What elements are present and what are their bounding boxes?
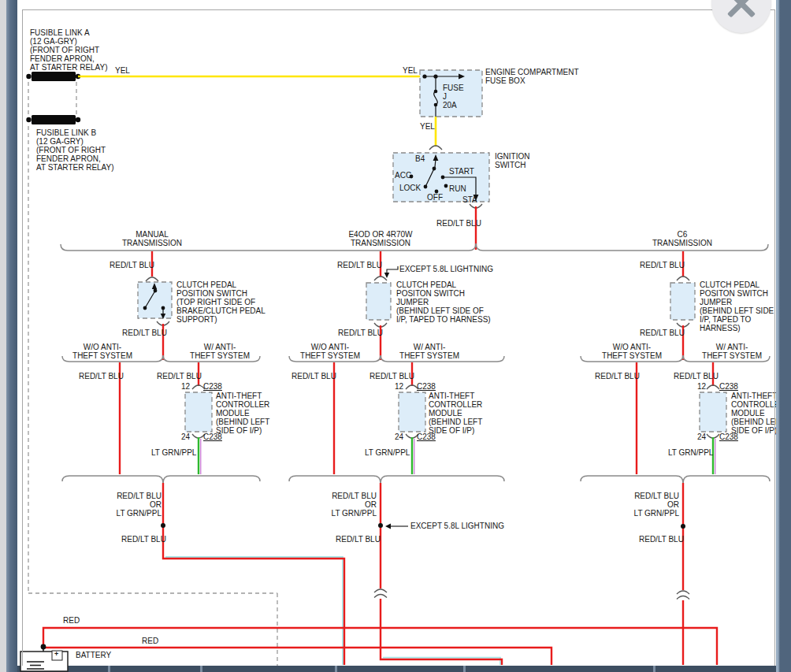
page-border-left <box>22 9 23 666</box>
wire-label-lt-grn-ppl: LT GRN/PPL <box>668 448 713 457</box>
wire-label-red-lt-blu: RED/LT BLU <box>595 372 640 381</box>
clutch-position-switch-label: CLUTCH PEDAL POSITION SWITCH (TOP RIGHT … <box>176 280 266 324</box>
ignition-switch-title: IGNITION SWITCH <box>495 152 529 169</box>
wire-label-yel: YEL <box>403 66 418 75</box>
pin-12-label: 12 <box>697 382 706 391</box>
e4od-transmission-header: E4OD OR 4R70W TRANSMISSION <box>336 230 425 247</box>
connector-c238-label: C238 <box>719 433 738 441</box>
except-lightning-note: EXCEPT 5.8L LIGHTNING <box>410 522 504 530</box>
w-anti-theft-header: W/ ANTI- THEFT SYSTEM <box>184 343 256 360</box>
page-border-top <box>22 9 775 10</box>
battery-label: BATTERY <box>76 651 111 659</box>
wire-label-or-stack: RED/LT BLU OR LT GRN/PPL <box>622 492 679 518</box>
w-anti-theft-header: W/ ANTI- THEFT SYSTEM <box>393 343 466 360</box>
wire-label-or-stack: RED/LT BLU OR LT GRN/PPL <box>320 492 377 518</box>
wire-label-red-lt-blu: RED/LT BLU <box>121 535 166 544</box>
terminal-b4-label: B4 <box>415 154 425 163</box>
pin-24-label: 24 <box>181 433 190 441</box>
position-off-label: OFF <box>427 193 443 202</box>
clutch-jumper-box <box>366 283 391 320</box>
wire-label-red: RED <box>142 637 158 645</box>
wire-label-red-lt-blu: RED/LT BLU <box>639 535 684 544</box>
clutch-jumper-box <box>670 283 695 320</box>
fuse-label: FUSE J 20A <box>443 84 464 110</box>
wire-label-red-lt-blu: RED/LT BLU <box>370 372 414 381</box>
wire-label-red-lt-blu: RED/LT BLU <box>292 372 336 381</box>
position-run-label: RUN <box>449 184 466 193</box>
wire-label-red-lt-blu: RED/LT BLU <box>640 329 685 337</box>
wire-label-red-lt-blu: RED/LT BLU <box>110 261 154 269</box>
wo-anti-theft-header: W/O ANTI- THEFT SYSTEM <box>294 343 366 360</box>
window-frame-right <box>776 0 791 672</box>
wire-label-red: RED <box>63 616 80 625</box>
connector-c238-label: C238 <box>719 382 738 391</box>
wire-label-red-lt-blu: RED/LT BLU <box>337 261 382 269</box>
connector-c238-label: C238 <box>417 433 436 441</box>
fusible-links <box>26 72 80 124</box>
wire-label-lt-grn-ppl: LT GRN/PPL <box>151 448 196 457</box>
position-start-label: START <box>449 167 474 176</box>
terminal-sta-label: STA <box>462 195 477 204</box>
window-frame-left <box>6 0 17 672</box>
wiring-diagram-viewer: FUSIBLE LINK A (12 GA-GRY) (FRONT OF RIG… <box>0 0 791 672</box>
manual-transmission-header: MANUAL TRANSMISSION <box>113 230 191 247</box>
wire-label-red-lt-blu: RED/LT BLU <box>436 219 481 228</box>
battery-plus-sign: + <box>54 650 58 659</box>
except-lightning-note: EXCEPT 5.8L LIGHTNING <box>399 265 493 273</box>
page-border-right <box>774 9 775 666</box>
pin-24-label: 24 <box>395 433 403 441</box>
pin-12-label: 12 <box>181 382 190 391</box>
window-edge-left <box>0 0 6 672</box>
wire-label-or-stack: RED/LT BLU OR LT GRN/PPL <box>105 492 162 518</box>
position-lock-label: LOCK <box>399 184 421 192</box>
anti-theft-module-box <box>700 392 726 432</box>
wire-label-yel: YEL <box>420 122 435 131</box>
wire-red-lower <box>44 648 551 665</box>
wire-label-red-lt-blu: RED/LT BLU <box>122 329 167 337</box>
wire-label-red-lt-blu: RED/LT BLU <box>338 329 383 337</box>
pin-12-label: 12 <box>395 382 403 391</box>
pin-24-label: 24 <box>697 433 706 441</box>
wire-label-red-lt-blu: RED/LT BLU <box>79 372 124 381</box>
anti-theft-module-label: ANTI-THEFT CONTROLLER MODULE (BEHIND LEF… <box>216 392 269 435</box>
wo-anti-theft-header: W/O ANTI- THEFT SYSTEM <box>596 343 668 360</box>
fuse-box <box>420 70 482 150</box>
wire-label-red-lt-blu: RED/LT BLU <box>674 372 719 381</box>
position-acc-label: ACC <box>395 171 411 180</box>
highlight-trace <box>165 557 343 665</box>
wire-label-red-lt-blu: RED/LT BLU <box>157 372 202 381</box>
w-anti-theft-header: W/ ANTI- THEFT SYSTEM <box>696 343 768 360</box>
connector-c238-label: C238 <box>203 382 222 391</box>
battery-circuit <box>20 628 717 671</box>
connector-c238-label: C238 <box>203 433 222 441</box>
wire-label-red-lt-blu: RED/LT BLU <box>640 261 685 269</box>
clutch-jumper-label: CLUTCH PEDAL POSITON SWITCH JUMPER (BEHI… <box>396 280 491 324</box>
fusible-link-b-label: FUSIBLE LINK B (12 GA-GRY) (FRONT OF RIG… <box>36 128 114 172</box>
anti-theft-module-box <box>185 392 212 432</box>
wire-label-lt-grn-ppl: LT GRN/PPL <box>365 448 410 457</box>
anti-theft-module-box <box>399 392 425 432</box>
fuse-box-title: ENGINE COMPARTMENT FUSE BOX <box>485 68 579 85</box>
anti-theft-module-label: ANTI-THEFT CONTROLLER MODULE (BEHIND LEF… <box>429 392 482 435</box>
connector-c238-label: C238 <box>417 382 436 391</box>
wo-anti-theft-header: W/O ANTI- THEFT SYSTEM <box>66 343 139 360</box>
c6-transmission-header: C6 TRANSMISSION <box>643 230 722 247</box>
fusible-link-a-label: FUSIBLE LINK A (12 GA-GRY) (FRONT OF RIG… <box>30 28 108 72</box>
wire-label-red-lt-blu: RED/LT BLU <box>336 535 381 544</box>
yellow-feed-wire <box>78 76 436 147</box>
wire-label-yel: YEL <box>115 66 130 75</box>
